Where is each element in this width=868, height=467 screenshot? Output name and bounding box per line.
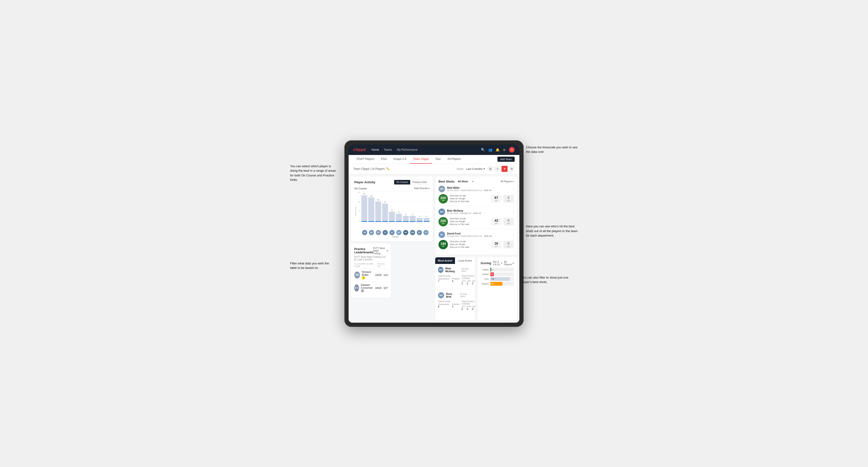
- bar-rect-4: [389, 212, 395, 222]
- player-avg-butler: 110: [383, 274, 388, 276]
- nav-item-teams[interactable]: Teams: [384, 148, 392, 151]
- bar-value-0: 13: [363, 193, 365, 195]
- shot-player-details-ford: David Ford 24 Aug 2023 · Royal North Dev…: [447, 232, 492, 237]
- sub-nav: PGAT Players PGA Hcaps 1-5 Team Clippd T…: [349, 155, 519, 164]
- tournament-val-mcharg: 7: [438, 280, 450, 283]
- bar-value-3: 9: [384, 201, 385, 203]
- shot-info-ford: Shot Dist: 16 yds Start Lie: Rough End L…: [450, 240, 489, 249]
- most-active-tabs: Most Active Least Active: [435, 257, 475, 264]
- pars-bar: 499: [490, 277, 510, 281]
- shot-entry-miller[interactable]: MM Matt Miller 09 Jun 2023 · Royal North…: [438, 183, 514, 206]
- bogeys-label: Bogeys: [481, 283, 489, 285]
- practice-filter[interactable]: PUTT Must Make Putting ... ▾: [373, 247, 388, 255]
- all-shots-tab[interactable]: All Shots: [456, 180, 469, 183]
- shot-dist-miller: Shot Dist: 67 yds: [450, 195, 489, 197]
- player-avatar-bar-6: RB: [403, 230, 408, 235]
- team-title-text: Team Clippd | 14 Players: [353, 167, 385, 170]
- sub-nav-all-players[interactable]: All Players: [444, 155, 464, 164]
- eagles-bar-container: 3: [490, 268, 514, 272]
- timeframe-select[interactable]: Last 3 months ▾: [466, 167, 485, 170]
- shot-player-meta-ford: 24 Aug 2023 · Royal North Devon GC · Hol…: [447, 235, 492, 237]
- sub-nav-tour[interactable]: Tour: [432, 155, 444, 164]
- team-header-right: Show: Last 3 months ▾ ⊞ ≡ ♥ ⚙: [457, 166, 515, 172]
- grid-view-button[interactable]: ⊞: [487, 166, 493, 172]
- chevron-down-icon: ▾: [513, 262, 514, 264]
- eagles-val: 3: [493, 269, 493, 271]
- scoring-filter2[interactable]: All Players ▾: [504, 261, 514, 266]
- bar-highlight-8: [416, 221, 423, 222]
- shot-dist-mcharg: Shot Dist: 43 yds: [450, 217, 489, 220]
- sub-nav-pgat[interactable]: PGAT Players: [353, 155, 378, 164]
- scoring-filter1[interactable]: Par 3, 4 & 5s ▾: [493, 261, 502, 266]
- scoring-title: Scoring: [481, 261, 491, 265]
- mini-stats-mcharg: GTT 0 APP 0: [462, 280, 475, 285]
- stat1-val-miller: 67: [494, 196, 498, 199]
- all-players-dropdown[interactable]: All Players ▾: [501, 180, 514, 183]
- shot-player-meta-mcharg: 23 Jul 2023 · Ashridge GC · Hole 15: [447, 212, 481, 214]
- best-tab[interactable]: ▾: [471, 180, 475, 183]
- nav-item-home[interactable]: Home: [371, 148, 379, 151]
- bar-value-4: 5: [392, 209, 393, 211]
- most-active-tab[interactable]: Most Active: [435, 257, 455, 264]
- add-team-button[interactable]: Add Team: [497, 157, 515, 162]
- bar-highlight-2: [375, 221, 381, 222]
- active-practice-group-britt: Total Practice Activities GTT 0: [462, 300, 475, 310]
- shot-player-name-ford: David Ford: [447, 232, 492, 235]
- chart-filter[interactable]: Total Rounds ▾: [414, 187, 430, 190]
- search-icon[interactable]: 🔍: [481, 148, 485, 152]
- sub-nav-hcaps[interactable]: Hcaps 1-5: [390, 155, 410, 164]
- bar-rect-3: [382, 204, 388, 222]
- list-view-button[interactable]: ≡: [494, 166, 500, 172]
- chevron-down-icon: ▾: [386, 250, 388, 252]
- bell-icon[interactable]: 🔔: [496, 148, 500, 152]
- practice-leaderboards-card: Practice Leaderboards PUTT Must Make Put…: [351, 244, 391, 298]
- heart-view-button[interactable]: ♥: [501, 166, 507, 172]
- practice-drills-toggle[interactable]: Practice Drills: [410, 180, 429, 184]
- sub-nav-team-clippd[interactable]: Team Clippd: [410, 155, 432, 164]
- bar-rect-1: [368, 197, 374, 222]
- app-val-britt: 0: [467, 308, 471, 310]
- arg-val-mcharg: 0: [472, 282, 475, 285]
- player-activity-card: Player Activity On Course Practice Drill…: [351, 177, 433, 241]
- on-course-toggle[interactable]: On Course: [394, 180, 410, 184]
- tournament-val-britt: 8: [438, 305, 450, 308]
- shot-entry-mcharg[interactable]: BM Blair McHarg 23 Jul 2023 · Ashridge G…: [438, 206, 514, 229]
- player-avatar-bar-4: EE: [390, 230, 395, 235]
- shot-badge-miller: 200 SG: [438, 194, 448, 204]
- sub-nav-pga[interactable]: PGA: [378, 155, 390, 164]
- player-score-crossman: 18/20: [375, 286, 383, 289]
- shot-chevron-ford: ›: [513, 233, 514, 237]
- users-icon[interactable]: 👥: [488, 148, 492, 152]
- edit-team-icon[interactable]: ✏️: [386, 167, 390, 170]
- shot-details-miller: 200 SG Shot Dist: 67 yds Start Lie: Roug…: [438, 194, 514, 204]
- shot-info-miller: Shot Dist: 67 yds Start Lie: Rough End L…: [450, 195, 489, 203]
- settings-view-button[interactable]: ⚙: [508, 166, 515, 172]
- bogeys-bar: 311: [490, 282, 503, 286]
- scoring-header: Scoring Par 3, 4 & 5s ▾ All Players ▾: [481, 261, 514, 266]
- tournament-label-britt: Tournament: [438, 303, 450, 305]
- practice-header: Practice Leaderboards PUTT Must Make Put…: [354, 247, 388, 255]
- rounds-label: Total Rounds: [438, 275, 460, 277]
- birdies-bar-container: 96: [490, 272, 514, 276]
- bar-highlight-4: [389, 221, 395, 222]
- practice-val-mcharg: 6: [452, 280, 460, 283]
- tablet-screen: clippd Home Teams My Performance 🔍 👥 🔔 ⊕…: [349, 145, 519, 323]
- gtt-val-britt: 0: [462, 308, 466, 310]
- pars-label: Pars: [481, 278, 489, 280]
- shot-entry-ford[interactable]: DF David Ford 24 Aug 2023 · Royal North …: [438, 229, 514, 252]
- player-avatar-bar-5: GB: [396, 230, 401, 235]
- bar-group-2: 10: [375, 199, 381, 222]
- least-active-tab[interactable]: Least Active: [455, 257, 475, 264]
- active-avatar-mcharg: BM: [438, 267, 443, 273]
- shot-player-details-miller: Matt Miller 09 Jun 2023 · Royal North De…: [447, 186, 492, 191]
- most-active-card: Most Active Least Active BM Blair McHarg: [435, 257, 475, 320]
- nav-avatar[interactable]: A: [509, 147, 515, 153]
- practice-row[interactable]: EC Edward Crossman 2 18/20 10: [354, 282, 388, 294]
- plus-icon[interactable]: ⊕: [503, 148, 506, 152]
- bar-chart: 15 10 5 0 Total Rounds 1312109543322: [354, 191, 430, 229]
- scoring-row-bogeys: Bogeys 311: [481, 282, 514, 286]
- y-axis-title: Total Rounds: [355, 206, 356, 216]
- nav-item-performance[interactable]: My Performance: [397, 148, 417, 151]
- practice-row[interactable]: RB Richard Butler 1 19/20 110: [354, 269, 388, 282]
- eagles-bar: [490, 268, 491, 272]
